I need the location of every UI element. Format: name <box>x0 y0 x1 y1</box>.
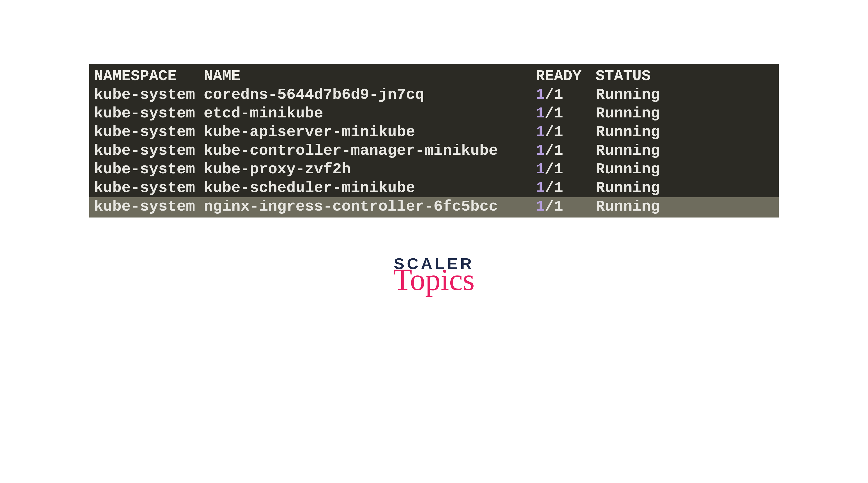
table-row: kube-systemkube-controller-manager-minik… <box>94 142 774 160</box>
ready-total: 1 <box>554 86 563 103</box>
ready-count: 1 <box>536 160 545 178</box>
cell-namespace: kube-system <box>94 179 204 197</box>
ready-total: 1 <box>554 198 563 215</box>
scaler-topics-logo: SCALER Topics <box>394 256 474 295</box>
ready-slash: / <box>545 179 554 197</box>
cell-namespace: kube-system <box>94 160 204 178</box>
cell-name: etcd-minikube <box>204 105 536 122</box>
table-row: kube-systemkube-scheduler-minikube1/1Run… <box>94 179 774 197</box>
cell-ready: 1/1 <box>536 123 596 141</box>
ready-count: 1 <box>536 105 545 122</box>
terminal-output: NAMESPACE NAME READY STATUS kube-systemc… <box>89 64 779 217</box>
table-row: kube-systemkube-apiserver-minikube1/1Run… <box>94 123 774 142</box>
ready-total: 1 <box>554 123 563 141</box>
ready-slash: / <box>545 142 554 159</box>
ready-total: 1 <box>554 142 563 159</box>
table-row: kube-systemetcd-minikube1/1Running <box>94 104 774 123</box>
ready-total: 1 <box>554 160 563 178</box>
cell-status: Running <box>596 198 660 215</box>
cell-ready: 1/1 <box>536 160 596 178</box>
cell-namespace: kube-system <box>94 123 204 141</box>
ready-slash: / <box>545 198 554 215</box>
cell-name: kube-scheduler-minikube <box>204 179 536 197</box>
cell-ready: 1/1 <box>536 105 596 122</box>
cell-name: kube-controller-manager-minikube <box>204 142 536 159</box>
cell-namespace: kube-system <box>94 142 204 159</box>
cell-ready: 1/1 <box>536 86 596 104</box>
ready-slash: / <box>545 160 554 178</box>
cell-status: Running <box>596 160 660 178</box>
logo-text-topics: Topics <box>394 265 474 295</box>
cell-status: Running <box>596 86 660 104</box>
cell-ready: 1/1 <box>536 198 596 215</box>
ready-count: 1 <box>536 179 545 197</box>
cell-namespace: kube-system <box>94 198 204 215</box>
table-header-row: NAMESPACE NAME READY STATUS <box>94 66 774 86</box>
ready-total: 1 <box>554 179 563 197</box>
cell-status: Running <box>596 105 660 122</box>
cell-name: kube-apiserver-minikube <box>204 123 536 141</box>
cell-ready: 1/1 <box>536 142 596 159</box>
cell-status: Running <box>596 123 660 141</box>
ready-count: 1 <box>536 86 545 103</box>
cell-namespace: kube-system <box>94 86 204 104</box>
table-row: kube-systemnginx-ingress-controller-6fc5… <box>89 197 779 217</box>
header-namespace: NAMESPACE <box>94 67 204 85</box>
ready-slash: / <box>545 123 554 141</box>
cell-namespace: kube-system <box>94 105 204 122</box>
ready-count: 1 <box>536 198 545 215</box>
header-name: NAME <box>204 67 536 85</box>
cell-status: Running <box>596 142 660 159</box>
table-row: kube-systemcoredns-5644d7b6d9-jn7cq1/1Ru… <box>94 86 774 104</box>
cell-name: coredns-5644d7b6d9-jn7cq <box>204 86 536 104</box>
header-status: STATUS <box>596 67 651 85</box>
ready-slash: / <box>545 105 554 122</box>
ready-count: 1 <box>536 123 545 141</box>
ready-count: 1 <box>536 142 545 159</box>
cell-ready: 1/1 <box>536 179 596 197</box>
cell-name: nginx-ingress-controller-6fc5bcc <box>204 198 536 215</box>
cell-name: kube-proxy-zvf2h <box>204 160 536 178</box>
ready-slash: / <box>545 86 554 103</box>
cell-status: Running <box>596 179 660 197</box>
ready-total: 1 <box>554 105 563 122</box>
table-row: kube-systemkube-proxy-zvf2h1/1Running <box>94 160 774 179</box>
header-ready: READY <box>536 67 596 85</box>
